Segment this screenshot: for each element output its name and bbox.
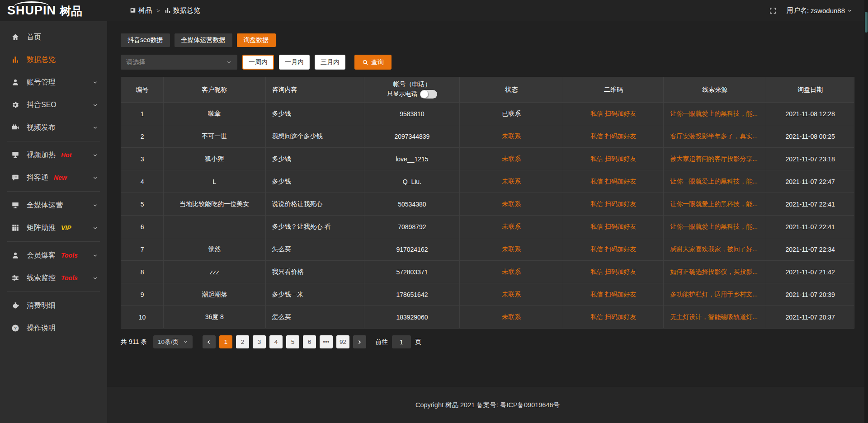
col-header-status: 状态 [460,77,563,103]
home-icon [11,33,20,41]
sidebar-item-omnimedia[interactable]: 全媒体运营 [0,194,107,216]
tab-inquiry-data[interactable]: 询盘数据 [237,33,276,47]
sidebar-item-douyin-seo[interactable]: 抖音SEO [0,94,107,116]
fullscreen-icon[interactable] [769,7,777,14]
scrollbar-thumb[interactable] [865,12,868,33]
sidebar-item-data-overview[interactable]: 数据总览 [0,48,107,71]
qrcode-link[interactable]: 私信 扫码加好友 [563,238,664,261]
cell-nickname: 狐小狸 [164,148,265,170]
source-link[interactable]: 让你一眼就爱上的黑科技，能... [664,193,766,216]
page-ellipsis-button[interactable]: ••• [320,335,333,348]
scrollbar-track[interactable] [864,0,868,423]
page-button-4[interactable]: 4 [269,335,283,348]
cell-id: 2 [121,125,164,148]
sidebar-divider [7,141,100,141]
page-button-1[interactable]: 1 [219,335,232,348]
search-button[interactable]: 查询 [354,55,392,70]
source-link[interactable]: 感谢大家喜欢我家，被问了好... [664,238,766,261]
page-size-select[interactable]: 10条/页 [153,335,193,348]
sidebar-item-instructions[interactable]: ? 操作说明 [0,317,107,339]
sidebar-item-video-publish[interactable]: 视频发布 [0,116,107,139]
col-header-source: 线索来源 [664,77,766,103]
status-badge: 未联系 [460,238,563,261]
source-link[interactable]: 让你一眼就爱上的黑科技，能... [664,170,766,193]
cell-account: 50534380 [364,193,460,216]
page-button-2[interactable]: 2 [236,335,249,348]
range-quarter-button[interactable]: 三月内 [315,55,345,70]
qrcode-link[interactable]: 私信 扫码加好友 [563,283,664,306]
chevron-down-icon [226,59,232,65]
tab-douyin-seo-data[interactable]: 抖音seo数据 [121,33,170,47]
table-header-row: 编号 客户昵称 咨询内容 帐号（电话） 只显示电话 状态 二维码 [121,77,854,103]
cell-nickname: 36度 8 [164,306,265,329]
cell-nickname: 不可一世 [164,125,265,148]
breadcrumb-root[interactable]: 树品 [130,6,152,15]
cell-account: 2097344839 [364,125,460,148]
qrcode-link[interactable]: 私信 扫码加好友 [563,125,664,148]
source-link[interactable]: 被大家追着问的客厅投影分享... [664,148,766,170]
cell-date: 2021-11-07 23:18 [766,148,854,170]
qrcode-link[interactable]: 私信 扫码加好友 [563,306,664,329]
logo-text-en: SHUPIN [7,5,56,17]
chevron-down-icon [92,80,98,85]
phone-only-toggle[interactable] [420,90,437,99]
goto-page-input[interactable]: 1 [392,335,411,348]
table-row: 9 潮起潮落 多少钱一米 178651642 未联系 私信 扫码加好友 多功能护… [121,283,854,306]
chevron-down-icon [92,175,98,181]
cell-account: 183929060 [364,306,460,329]
page-button-6[interactable]: 6 [303,335,316,348]
phone-toggle-label: 只显示电话 [387,91,418,98]
status-badge: 未联系 [460,148,563,170]
wallet-icon [11,301,20,310]
user-dropdown[interactable]: 用户名: zswodun88 [787,6,853,15]
account-select[interactable]: 请选择 [121,55,237,70]
qrcode-link[interactable]: 私信 扫码加好友 [563,216,664,238]
cell-content: 怎么买 [265,238,364,261]
chevron-down-icon [92,202,98,208]
qrcode-link[interactable]: 私信 扫码加好友 [563,103,664,125]
select-placeholder: 请选择 [126,58,145,66]
sidebar-item-matrix-boost[interactable]: 矩阵助推 VIP [0,216,107,239]
table-row: 1 啵章 多少钱 9583810 已联系 私信 扫码加好友 让你一眼就爱上的黑科… [121,103,854,125]
qrcode-link[interactable]: 私信 扫码加好友 [563,170,664,193]
page-button-92[interactable]: 92 [336,335,349,348]
chevron-down-icon [92,102,98,108]
sidebar-item-account-management[interactable]: 账号管理 [0,71,107,94]
sidebar-item-clue-monitor[interactable]: 线索监控 Tools [0,267,107,289]
sidebar-item-home[interactable]: 首页 [0,26,107,48]
table-row: 4 L 多少钱 Q_Liu. 未联系 私信 扫码加好友 让你一眼就爱上的黑科技，… [121,170,854,193]
qrcode-link[interactable]: 私信 扫码加好友 [563,148,664,170]
range-week-button[interactable]: 一周内 [242,55,274,70]
page-button-5[interactable]: 5 [286,335,299,348]
cell-id: 5 [121,193,164,216]
source-link[interactable]: 多功能护栏灯，适用于乡村文... [664,283,766,306]
tab-omnimedia-data[interactable]: 全媒体运营数据 [175,33,232,47]
range-month-button[interactable]: 一月内 [279,55,310,70]
table-row: 10 36度 8 怎么买 183929060 未联系 私信 扫码加好友 无主灯设… [121,306,854,329]
sidebar-item-doukettong[interactable]: 抖客通 New [0,166,107,189]
chevron-left-icon [206,339,212,345]
cell-id: 3 [121,148,164,170]
new-badge: New [54,174,67,181]
source-link[interactable]: 客厅安装投影半年多了，真实... [664,125,766,148]
breadcrumb-separator: > [156,7,160,14]
main-content: 抖音seo数据 全媒体运营数据 询盘数据 请选择 一周内 一月内 三月内 查询 [107,21,868,423]
sidebar-item-video-heat[interactable]: 视频加热 Hot [0,144,107,166]
prev-page-button[interactable] [203,335,216,348]
source-link[interactable]: 无主灯设计，智能磁吸轨道灯... [664,306,766,329]
sidebar-item-expense-detail[interactable]: 消费明细 [0,294,107,317]
app-logo[interactable]: SHUPIN 树品 [0,5,107,17]
source-link[interactable]: 让你一眼就爱上的黑科技，能... [664,103,766,125]
video-camera-icon [11,123,20,132]
breadcrumb-current[interactable]: 数据总览 [165,6,200,15]
source-link[interactable]: 如何正确选择投影仪，买投影... [664,261,766,283]
qrcode-link[interactable]: 私信 扫码加好友 [563,193,664,216]
next-page-button[interactable] [353,335,366,348]
source-link[interactable]: 让你一眼就爱上的黑科技，能... [664,216,766,238]
qrcode-link[interactable]: 私信 扫码加好友 [563,261,664,283]
logo-text-cn: 树品 [60,5,82,17]
chevron-down-icon [92,253,98,258]
sidebar-item-member-baoke[interactable]: 会员爆客 Tools [0,244,107,267]
col-header-content: 咨询内容 [265,77,364,103]
page-button-3[interactable]: 3 [253,335,266,348]
